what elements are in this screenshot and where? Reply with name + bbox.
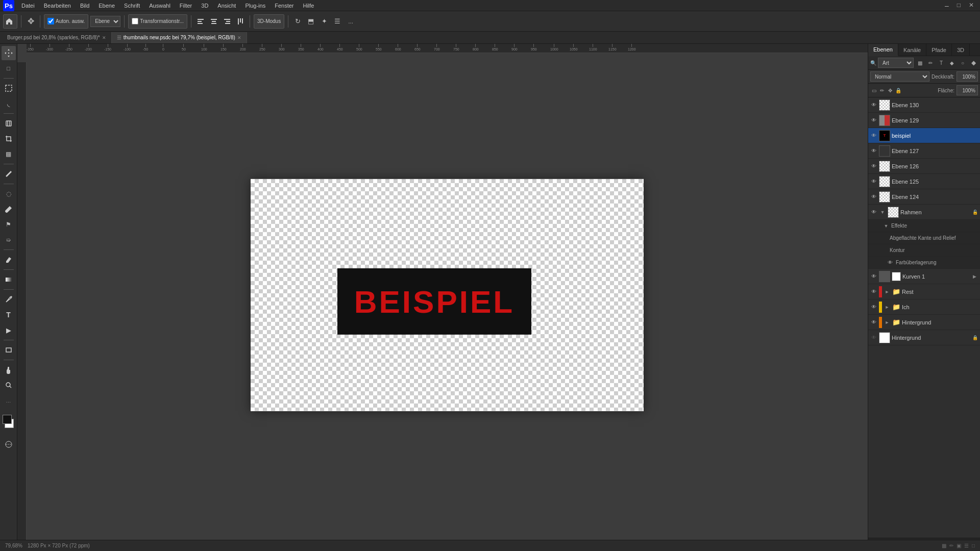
tool-hand[interactable]	[2, 363, 16, 377]
tool-pen[interactable]	[2, 292, 16, 307]
tool-healing[interactable]: ◌	[2, 187, 16, 201]
layer-item-ebene130[interactable]: 👁 Ebene 130	[868, 97, 980, 113]
hintergrund-group-expand-icon[interactable]: ►	[884, 319, 891, 326]
filter-btn-1[interactable]: ▩	[915, 58, 924, 67]
tool-history-brush[interactable]: ➯	[2, 233, 16, 247]
layer-item-rahmen[interactable]: 👁 ▼ Rahmen 🔓	[868, 205, 980, 220]
layer-item-kurven1[interactable]: 👁 Kurven 1 ▶	[868, 269, 980, 284]
tab-pfade[interactable]: Pfade	[926, 44, 952, 56]
rest-expand-icon[interactable]: ►	[884, 288, 891, 295]
auto-select-input[interactable]	[47, 18, 54, 24]
tool-type[interactable]: T	[2, 308, 16, 322]
menu-ansicht[interactable]: Ansicht	[213, 2, 240, 10]
minimize-button[interactable]: –	[942, 2, 952, 10]
layer-item-ebene127[interactable]: 👁 Ebene 127	[868, 143, 980, 159]
3d-mode-button[interactable]: 3D-Modus	[254, 14, 284, 29]
tool-more[interactable]: …	[2, 393, 16, 408]
tool-object-select[interactable]	[2, 116, 16, 131]
layer-visibility-rest[interactable]: 👁	[870, 288, 877, 295]
tool-lasso[interactable]: ◟	[2, 96, 16, 111]
snap-icon[interactable]: ⬒	[305, 16, 316, 27]
layer-type-filter[interactable]: Art	[878, 58, 914, 68]
blend-mode-select[interactable]: Normal	[870, 71, 929, 82]
auto-select-checkbox[interactable]: Auton. ausw.	[44, 14, 88, 29]
layer-item-ebene125[interactable]: 👁 Ebene 125	[868, 174, 980, 189]
filter-btn-4[interactable]: ◆	[947, 58, 957, 67]
filter-btn-5[interactable]: ○	[958, 58, 967, 67]
layer-item-hintergrund-group[interactable]: 👁 ► 📁 Hintergrund	[868, 315, 980, 330]
layer-visibility-beispiel[interactable]: 👁	[870, 132, 877, 139]
tool-marquee[interactable]	[2, 81, 16, 95]
filter-btn-2[interactable]: ✏	[926, 58, 935, 67]
move-tool-icon[interactable]: ✥	[25, 16, 36, 27]
tool-brush[interactable]	[2, 202, 16, 216]
more-icon[interactable]: ...	[345, 16, 356, 27]
tool-quickmask[interactable]	[2, 437, 16, 452]
layer-visibility-ebene130[interactable]: 👁	[870, 102, 877, 109]
align-top-icon[interactable]	[235, 16, 246, 27]
status-btn-2[interactable]: ✏	[949, 543, 953, 548]
tool-eyedropper[interactable]	[2, 167, 16, 181]
tab-kanale[interactable]: Kanäle	[898, 44, 926, 56]
lock-all-icon[interactable]: 🔒	[895, 87, 902, 94]
align-center-h-icon[interactable]	[208, 16, 219, 27]
tool-gradient[interactable]	[2, 272, 16, 287]
lock-draw-icon[interactable]: ✏	[878, 87, 886, 94]
layer-item-hintergrund[interactable]: 👁 Hintergrund 🔒	[868, 330, 980, 345]
filter-toggle[interactable]: ◆	[969, 58, 978, 67]
tool-stamp[interactable]: ⚑	[2, 217, 16, 232]
foreground-color-swatch[interactable]	[3, 415, 12, 424]
transform-input[interactable]	[132, 18, 138, 24]
tool-rectangle[interactable]	[2, 343, 16, 357]
effect-item-kontur[interactable]: Kontur	[868, 244, 980, 257]
menu-datei[interactable]: Datei	[17, 2, 39, 10]
layer-item-ebene126[interactable]: 👁 Ebene 126	[868, 159, 980, 174]
layer-visibility-ebene124[interactable]: 👁	[870, 193, 877, 201]
tab-3d-panel[interactable]: 3D	[952, 44, 970, 56]
ich-expand-icon[interactable]: ►	[884, 304, 891, 311]
menu-hilfe[interactable]: Hilfe	[299, 2, 318, 10]
fill-input[interactable]	[957, 85, 978, 95]
menu-bearbeiten[interactable]: Bearbeiten	[40, 2, 75, 10]
layer-select[interactable]: Ebene	[90, 16, 120, 27]
lock-pos-icon[interactable]: ▭	[870, 87, 877, 94]
menu-ebene[interactable]: Ebene	[94, 2, 119, 10]
tab-burger[interactable]: Burger.psd bei 20,8% (sparkles, RGB/8)* …	[2, 32, 112, 43]
effect-item-kante[interactable]: Abgeflachte Kante und Relief	[868, 232, 980, 244]
menu-filter[interactable]: Filter	[176, 2, 196, 10]
status-btn-4[interactable]: ☰	[964, 543, 969, 548]
farbub-visibility[interactable]: 👁	[887, 259, 894, 266]
layer-visibility-ich[interactable]: 👁	[870, 304, 877, 311]
opacity-input[interactable]	[957, 71, 978, 82]
effect-item-farbub[interactable]: 👁 Farbüberlagerung	[868, 257, 980, 269]
effects-header[interactable]: ▼ Effekte	[868, 220, 980, 232]
menu-fenster[interactable]: Fenster	[271, 2, 298, 10]
menu-plugins[interactable]: Plug-ins	[241, 2, 270, 10]
menu-schrift[interactable]: Schrift	[120, 2, 144, 10]
home-button[interactable]	[3, 14, 17, 29]
menu-3d[interactable]: 3D	[197, 2, 212, 10]
layer-visibility-kurven1[interactable]: 👁	[870, 273, 877, 280]
status-btn-1[interactable]: ▩	[942, 543, 946, 548]
tool-move[interactable]	[2, 46, 16, 60]
menu-auswahl[interactable]: Auswahl	[145, 2, 175, 10]
layer-item-rest[interactable]: 👁 ► 📁 Rest	[868, 284, 980, 299]
rotate-icon[interactable]: ↻	[292, 16, 303, 27]
tab-thumbnails-close[interactable]: ✕	[237, 35, 241, 40]
close-button[interactable]: ✕	[966, 2, 977, 10]
layer-item-ich[interactable]: 👁 ► 📁 Ich	[868, 299, 980, 315]
extras-icon[interactable]: ✦	[318, 16, 330, 27]
status-btn-3[interactable]: ▣	[957, 543, 961, 548]
layer-visibility-ebene127[interactable]: 👁	[870, 147, 877, 155]
status-btn-5[interactable]: □	[972, 543, 975, 548]
tool-crop[interactable]	[2, 132, 16, 146]
tool-path-select[interactable]: ▶	[2, 323, 16, 337]
layer-visibility-ebene129[interactable]: 👁	[870, 117, 877, 124]
align-left-icon[interactable]	[195, 16, 206, 27]
transform-controls-checkbox[interactable]: Transformationstr...	[128, 14, 187, 29]
layer-item-ebene129[interactable]: 👁 Ebene 129	[868, 113, 980, 128]
layer-visibility-ebene125[interactable]: 👁	[870, 178, 877, 185]
layer-visibility-hintergr-group[interactable]: 👁	[870, 319, 877, 326]
layer-item-ebene124[interactable]: 👁 Ebene 124	[868, 189, 980, 205]
tool-artboard[interactable]: □	[2, 61, 16, 76]
